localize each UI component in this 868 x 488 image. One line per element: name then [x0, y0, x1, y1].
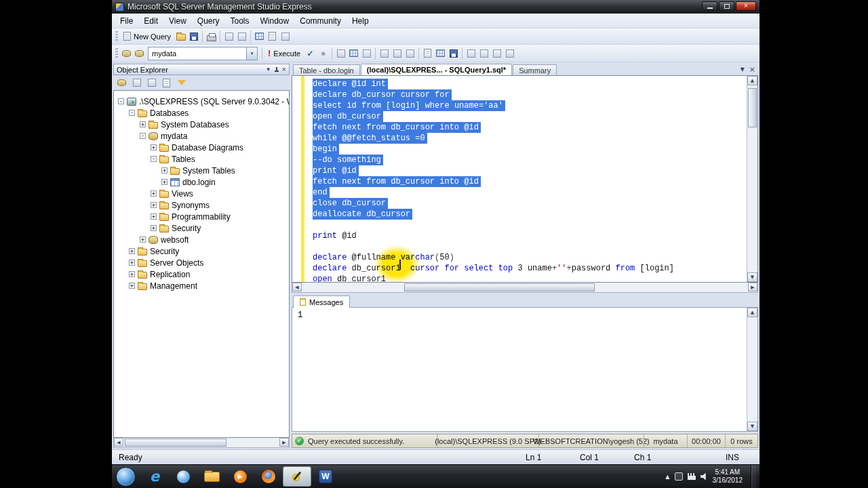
expand-toggle-icon[interactable]: +	[151, 144, 157, 150]
collapse-toggle-icon[interactable]: -	[140, 133, 146, 139]
taskbar-annotation-tool[interactable]	[283, 466, 311, 487]
connect-button[interactable]	[120, 47, 133, 60]
network-icon[interactable]	[688, 473, 696, 480]
tab-sqlquery1[interactable]: (local)\SQLEXPRES... - SQLQuery1.sql*	[361, 64, 512, 75]
code-line-15[interactable]: print @id	[292, 230, 746, 241]
scroll-right-icon[interactable]: ▶	[748, 283, 757, 291]
code-line-18[interactable]: declare db_cursor1 cursor for select top…	[292, 263, 746, 274]
scroll-up-icon[interactable]: ▲	[747, 308, 757, 317]
code-line-12[interactable]: close db_cursor	[292, 198, 746, 209]
taskbar-firefox[interactable]	[254, 466, 283, 487]
results-to-text-button[interactable]	[421, 47, 434, 60]
toolbar-grip[interactable]	[115, 31, 118, 42]
scroll-left-icon[interactable]: ◀	[292, 283, 302, 291]
comment-selection-button[interactable]	[465, 47, 477, 60]
scroll-down-icon[interactable]: ▼	[747, 422, 757, 431]
tree-item-mydata[interactable]: -mydata	[114, 130, 289, 142]
save-button[interactable]	[187, 30, 200, 43]
tree-item-system-tables[interactable]: +System Tables	[114, 165, 289, 176]
tree-item-security[interactable]: +Security	[114, 222, 289, 234]
taskbar-ie[interactable]: e	[140, 466, 169, 487]
expand-toggle-icon[interactable]: +	[161, 167, 167, 174]
tree-item-system-databases[interactable]: +System Databases	[114, 119, 289, 130]
expand-toggle-icon[interactable]: +	[140, 121, 146, 127]
code-line-4[interactable]: open db_cursor	[292, 111, 746, 122]
title-bar[interactable]: Microsoft SQL Server Management Studio E…	[112, 0, 760, 14]
open-file-button[interactable]	[174, 30, 187, 43]
code-line-1[interactable]: declare @id int	[292, 79, 746, 89]
design-query-button[interactable]	[347, 47, 360, 60]
show-desktop-button[interactable]	[751, 465, 756, 488]
menu-help[interactable]: Help	[347, 15, 374, 27]
increase-indent-button[interactable]	[503, 47, 516, 60]
expand-toggle-icon[interactable]: +	[151, 190, 157, 197]
messages-output[interactable]: 1 ▲ ▼	[292, 307, 758, 432]
change-connection-button[interactable]	[133, 47, 146, 60]
oe-refresh-button[interactable]	[160, 77, 173, 89]
collapse-toggle-icon[interactable]: -	[118, 98, 124, 104]
new-query-button[interactable]: New Query	[120, 30, 174, 43]
scroll-right-icon[interactable]: ▶	[279, 438, 289, 447]
object-explorer-hscrollbar[interactable]: ◀ ▶	[113, 438, 290, 448]
uncomment-selection-button[interactable]	[477, 47, 490, 60]
summary-window-button[interactable]	[235, 30, 248, 43]
taskbar-messenger[interactable]	[169, 466, 197, 487]
active-files-dropdown-icon[interactable]: ▼	[741, 66, 745, 73]
menu-edit[interactable]: Edit	[138, 15, 163, 27]
restore-button[interactable]	[719, 1, 734, 11]
template-values-button[interactable]	[360, 47, 373, 60]
expand-toggle-icon[interactable]: +	[140, 237, 146, 243]
collapse-toggle-icon[interactable]: -	[151, 156, 157, 162]
menu-view[interactable]: View	[163, 15, 192, 27]
scrollbar-thumb[interactable]	[404, 283, 595, 291]
tree-item-websoft[interactable]: +websoft	[114, 234, 289, 245]
window-position-icon[interactable]: ▼	[266, 67, 271, 73]
taskbar-media-player[interactable]: ▶	[226, 466, 254, 487]
tree-item-views[interactable]: +Views	[114, 188, 289, 199]
code-line-9[interactable]: print @id	[292, 165, 746, 176]
object-explorer-toggle-button[interactable]	[253, 30, 266, 43]
code-line-19[interactable]: open db_cursor1	[292, 274, 746, 283]
tab-table-dbo-login[interactable]: Table - dbo.login	[293, 64, 360, 75]
scrollbar-thumb[interactable]	[125, 439, 226, 447]
code-line-2[interactable]: declare db_cursor cursor for	[292, 89, 746, 100]
expand-toggle-icon[interactable]: +	[129, 260, 135, 266]
scroll-up-icon[interactable]: ▲	[747, 76, 757, 85]
oe-filter-button[interactable]	[175, 77, 188, 89]
execute-button[interactable]: ! Execute	[264, 47, 304, 60]
menu-query[interactable]: Query	[192, 15, 225, 27]
tree-item-security[interactable]: +Security	[114, 245, 289, 257]
template-explorer-button[interactable]	[266, 30, 279, 43]
available-databases-combo[interactable]: mydata ▼	[148, 47, 258, 60]
expand-toggle-icon[interactable]: +	[129, 248, 135, 254]
tree-item-management[interactable]: +Management	[114, 280, 289, 291]
expand-toggle-icon[interactable]: +	[151, 202, 157, 208]
taskbar-explorer[interactable]	[197, 466, 226, 487]
expand-toggle-icon[interactable]: +	[129, 271, 135, 277]
parse-button[interactable]: ✓	[304, 47, 317, 60]
scroll-down-icon[interactable]: ▼	[747, 272, 757, 282]
code-line-10[interactable]: fetch next from db_cursor into @id	[292, 176, 746, 187]
taskbar-clock[interactable]: 5:41 AM 3/16/2012	[713, 468, 743, 485]
close-panel-icon[interactable]: ×	[282, 66, 286, 73]
editor-vscrollbar[interactable]: ▲ ▼	[747, 76, 757, 282]
code-area[interactable]: declare @id intdeclare db_cursor cursor …	[292, 79, 746, 283]
expand-toggle-icon[interactable]: +	[151, 214, 157, 220]
oe-connect-button[interactable]	[115, 77, 128, 89]
close-button[interactable]: ×	[736, 1, 756, 11]
volume-icon[interactable]	[701, 473, 708, 481]
print-button[interactable]	[205, 30, 218, 43]
oe-disconnect-button[interactable]	[130, 77, 143, 89]
menu-tools[interactable]: Tools	[225, 15, 255, 27]
toolbar-grip[interactable]	[115, 48, 118, 59]
code-line-13[interactable]: deallocate db_cursor	[292, 209, 746, 220]
tree-item-synonyms[interactable]: +Synonyms	[114, 199, 289, 211]
client-statistics-button[interactable]	[391, 47, 403, 60]
tree-item-database-diagrams[interactable]: +Database Diagrams	[114, 142, 289, 153]
tab-messages[interactable]: Messages	[293, 296, 350, 308]
tree-item-sqlexpress-sql-server-9-0-3042-websoi[interactable]: -.\SQLEXPRESS (SQL Server 9.0.3042 - WEB…	[114, 96, 289, 107]
menu-window[interactable]: Window	[255, 15, 295, 27]
decrease-indent-button[interactable]	[490, 47, 503, 60]
close-document-icon[interactable]: ×	[749, 65, 755, 74]
tree-item-server-objects[interactable]: +Server Objects	[114, 257, 289, 268]
